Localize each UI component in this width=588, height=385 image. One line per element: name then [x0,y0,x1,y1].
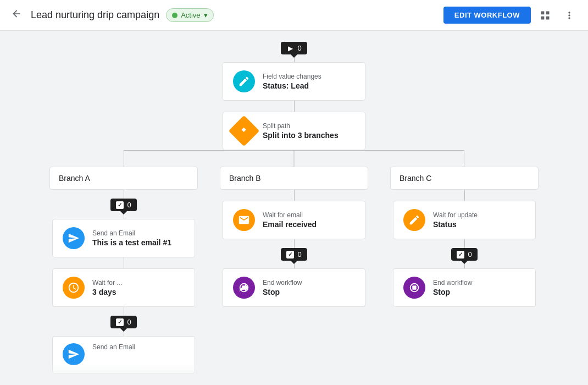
status-label: Active [181,11,200,19]
branches-row: Branch A ✓ 0 [0,167,588,373]
branch-c-end-label: End workflow [433,279,472,287]
branch-a-node1-badge: ✓ 0 [110,199,136,211]
svg-rect-1 [242,285,246,289]
branch-c-col: Branch C Wait for update Status [390,167,539,307]
branch-b-col: Branch B Wait for email [220,167,368,307]
branch-a-email-text: Send an Email This is a test email #1 [92,229,171,247]
branch-a-email-node[interactable]: Send an Email This is a test email #1 [52,219,195,257]
trigger-badge-wrapper: ▶ 0 [281,42,307,54]
branch-c-wait-update-node[interactable]: Wait for update Status [393,201,536,239]
branch-a-email-label: Send an Email [92,229,171,237]
workflow-canvas: ▶ 0 Field value changes Status: Lead [0,31,588,385]
email2-icon [63,343,85,365]
branch-a-node1-count: 0 [127,201,131,209]
v-branch-left [124,150,124,167]
trigger-counter-badge: ▶ 0 [281,42,307,54]
end-workflow-b-icon [233,277,255,299]
wait-email-icon [233,209,255,231]
status-badge[interactable]: Active ▾ [166,8,213,22]
page-title: Lead nurturing drip campaign [31,9,159,21]
branch-b-wait-email-label: Wait for email [263,211,317,219]
check-icon-4: ✓ [457,251,464,258]
svg-rect-3 [412,285,416,289]
branch-a-node3-count: 0 [127,318,131,326]
email-icon [63,227,85,249]
branch-a-wait-text: Wait for ... 3 days [92,279,122,296]
branch-b-header: Branch B [220,167,368,190]
branch-c-end-badge: ✓ 0 [451,248,477,261]
branch-a-col: Branch A ✓ 0 [49,167,198,373]
header-right: EDIT WORKFLOW [443,6,579,25]
branch-a-node3-badge: ✓ 0 [110,316,136,328]
workflow-container: ▶ 0 Field value changes Status: Lead [0,42,588,373]
v4-branch-a [124,307,124,316]
split-node[interactable]: Split path Split into 3 branches [223,112,365,150]
branch-a-label: Branch A [59,174,90,183]
v1-branch-b [294,190,295,201]
split-value: Split into 3 branches [263,131,339,140]
connector-v2 [294,101,295,112]
branch-b-end-value: Stop [263,288,302,296]
branch-a-wait-value: 3 days [92,288,122,296]
branch-c-header: Branch C [390,167,539,190]
trigger-count: 0 [297,44,301,52]
branch-b-end-node[interactable]: End workflow Stop [223,268,365,307]
edit-workflow-button[interactable]: EDIT WORKFLOW [443,7,531,24]
trigger-icon [233,70,255,92]
end-workflow-c-icon [403,277,425,299]
trigger-label: Field value changes [263,73,321,80]
branch-c-end-text: End workflow Stop [433,279,472,296]
split-text: Split path Split into 3 branches [263,122,339,140]
branch-h-connector [52,150,536,167]
branch-a-email-value: This is a test email #1 [92,238,171,247]
branch-c-label: Branch C [400,174,431,183]
branch-c-end-node[interactable]: End workflow Stop [393,268,536,307]
play-icon: ▶ [286,45,294,52]
wait-update-icon [403,209,425,231]
status-dot [172,13,177,18]
trigger-text: Field value changes Status: Lead [263,73,321,90]
branch-a-wait-node[interactable]: Wait for ... 3 days [52,268,195,307]
branch-b-wait-email-node[interactable]: Wait for email Email received [223,201,365,239]
branch-b-end-count: 0 [297,250,301,258]
branch-b-end-text: End workflow Stop [263,279,302,296]
split-diamond-inner [238,124,249,138]
branch-a-header: Branch A [49,167,198,190]
branch-a-email2-text: Send an Email [92,343,135,352]
v1-branch-c [464,190,465,201]
trigger-value: Status: Lead [263,81,321,90]
branch-b-end-badge: ✓ 0 [281,248,307,261]
branch-a-wait-label: Wait for ... [92,279,122,287]
branch-c-wait-update-label: Wait for update [433,211,478,219]
status-chevron-icon: ▾ [204,11,208,19]
back-button[interactable] [9,6,24,24]
header-left: Lead nurturing drip campaign Active ▾ [9,6,437,24]
split-icon [229,116,260,147]
branches-wrapper: Branch A ✓ 0 [0,150,588,373]
branch-c-end-value: Stop [433,288,472,296]
branch-b-wait-email-value: Email received [263,220,317,229]
branch-c-end-count: 0 [468,250,471,258]
branch-b-end-label: End workflow [263,279,302,287]
branch-b-wait-email-text: Wait for email Email received [263,211,317,229]
grid-view-button[interactable] [535,6,555,25]
split-label: Split path [263,122,339,130]
v-branch-right [464,150,464,167]
branch-a-email2-label: Send an Email [92,343,135,351]
branch-a-email2-node[interactable]: Send an Email [52,336,195,373]
v-branch-center [294,150,295,167]
check-icon-3: ✓ [286,251,294,258]
v3-branch-a [124,257,124,268]
branch-c-wait-update-text: Wait for update Status [433,211,478,229]
more-options-button[interactable] [559,6,579,25]
branch-b-label: Branch B [229,174,261,183]
v2-branch-b [294,239,295,248]
v1-branch-a [124,190,124,199]
header: Lead nurturing drip campaign Active ▾ ED… [0,0,588,31]
wait-icon [63,277,85,299]
branch-c-wait-update-value: Status [433,220,478,229]
check-icon-1: ✓ [116,201,124,209]
check-icon-2: ✓ [116,318,124,326]
trigger-node[interactable]: Field value changes Status: Lead [223,62,365,101]
v2-branch-c [464,239,465,248]
